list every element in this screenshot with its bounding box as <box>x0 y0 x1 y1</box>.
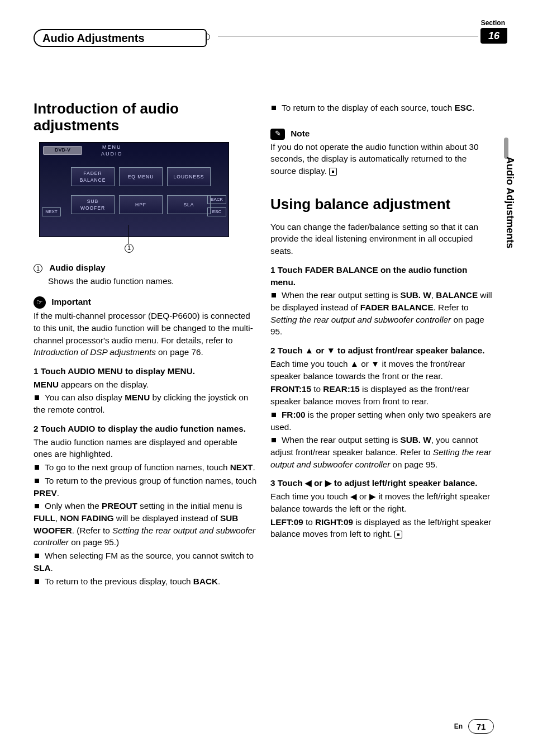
bullet-icon <box>35 479 39 483</box>
note-text-content: If you do not operate the audio function… <box>270 142 479 176</box>
s2b3e: , <box>55 513 60 523</box>
step-2-heading: 2 Touch AUDIO to display the audio funct… <box>34 423 257 435</box>
rs1b: SUB. W <box>401 290 431 300</box>
ss-audio-label: AUDIO <box>101 150 123 158</box>
step1-desc-tail: appears on the display. <box>59 380 149 389</box>
audio-display-label: Audio display <box>49 263 105 272</box>
note-label: Note <box>291 129 310 138</box>
balance-desc: You can change the fader/balance setting… <box>270 221 494 257</box>
s2b5c: . <box>218 577 220 586</box>
side-tab-label: Audio Adjustments <box>503 157 516 291</box>
r-step1-bullet: When the rear output setting is SUB. W, … <box>270 289 494 338</box>
step2-bullet-4: When selecting FM as the source, you can… <box>34 550 257 574</box>
rtb1a: To return to the display of each source,… <box>282 103 455 112</box>
bullet-icon <box>35 465 39 470</box>
bullet-icon <box>272 293 276 297</box>
ss-next-btn: NEXT <box>42 207 61 216</box>
rs3d2b: to <box>303 517 315 527</box>
ss-menu-label: MENU <box>102 144 122 151</box>
bullet-icon <box>272 106 276 110</box>
ss-btn-fader-balance: FADER BALANCE <box>71 167 115 186</box>
callout-number-1: 1 <box>125 244 134 253</box>
bullet-icon <box>35 554 39 558</box>
step2-bullet-1: To go to the next group of function name… <box>34 461 257 474</box>
rs2b2e: on page 95. <box>390 460 437 469</box>
important-label: Important <box>51 297 91 306</box>
s2b5a: To return to the previous display, touch <box>45 577 193 586</box>
bullet-icon <box>272 438 276 442</box>
ss-source-badge: DVD-V <box>43 146 82 155</box>
rs2b2b: SUB. W <box>401 435 431 445</box>
s2b1b: NEXT <box>230 462 253 472</box>
step-1-desc: MENU appears on the display. <box>34 379 257 391</box>
r-step2-bullet1: FR:00 is the proper setting when only tw… <box>270 409 494 433</box>
intro-heading: Introduction of audio adjustments <box>34 101 257 134</box>
ss-back-btn: BACK <box>207 195 226 204</box>
important-text: If the multi-channel processor (DEQ-P660… <box>34 310 257 358</box>
right-top-bullet: To return to the display of each source,… <box>270 102 494 114</box>
section-number-badge: 16 <box>480 28 507 44</box>
note-icon: ✎ <box>270 129 285 140</box>
step-1-heading: 1 Touch AUDIO MENU to display MENU. <box>34 365 257 377</box>
callout-line <box>129 225 129 245</box>
rtb1b: ESC <box>455 103 472 112</box>
note-text: If you do not operate the audio function… <box>270 141 494 177</box>
s2b3d: FULL <box>34 513 55 523</box>
s2b3f: NON FADING <box>60 513 114 523</box>
r-step-1-heading: 1 Touch FADER BALANCE on the audio funct… <box>270 264 494 288</box>
r-step2-desc2: FRONT:15 to REAR:15 is displayed as the … <box>270 383 494 407</box>
ss-btn-loudness: LOUDNESS <box>167 167 211 186</box>
audio-display-desc: Shows the audio function names. <box>34 275 257 287</box>
s2b4a: When selecting FM as the source, you can… <box>45 551 254 560</box>
header-divider <box>218 36 478 36</box>
step2-bullet-2: To return to the previous group of funct… <box>34 475 257 499</box>
rtb1c: . <box>472 103 474 112</box>
s2b3c: setting in the initial menu is <box>137 501 242 511</box>
balance-heading: Using balance adjustment <box>270 196 494 213</box>
rs1d: BALANCE <box>436 290 478 300</box>
ss-btn-sub-l2: WOOFER <box>80 205 105 211</box>
step2-bullet-3: Only when the PREOUT setting in the init… <box>34 500 257 549</box>
rs3d2a: LEFT:09 <box>270 517 303 527</box>
r-step-2-heading: 2 Touch ▲ or ▼ to adjust front/rear spea… <box>270 344 494 357</box>
important-text-1: If the multi-channel processor (DEQ-P660… <box>34 311 253 344</box>
s2b2b: PREV <box>34 488 57 498</box>
end-mark-icon <box>394 531 402 538</box>
important-text-italic: Introduction of DSP adjustments <box>34 347 156 357</box>
r-step3-desc1: Each time you touch ◀ or ▶ it moves the … <box>270 490 494 514</box>
ss-btn-sub-l1: SUB <box>87 198 98 205</box>
footer-lang: En <box>454 722 463 730</box>
s2b1c: . <box>253 462 255 472</box>
ss-btn-sla: SLA <box>167 195 211 214</box>
s2b1a: To go to the next group of function name… <box>45 462 230 472</box>
ss-btn-hpf: HPF <box>119 195 163 214</box>
side-tab-accent <box>504 138 508 159</box>
rs2d2a: FRONT:15 <box>270 384 311 394</box>
step2-bullet-5: To return to the previous display, touch… <box>34 575 257 588</box>
bullet-icon <box>35 579 39 584</box>
rs2d2c: REAR:15 <box>323 384 359 394</box>
list-number-1-icon: 1 <box>34 264 42 273</box>
s2b3a: Only when the <box>45 501 102 511</box>
bullet-icon <box>272 413 276 417</box>
s2b4c: . <box>51 563 53 573</box>
breadcrumb-title: Audio Adjustments <box>34 29 207 47</box>
important-icon: ☞ <box>34 296 46 309</box>
r-step3-desc2: LEFT:09 to RIGHT:09 is displayed as the … <box>270 516 494 540</box>
section-label: Section <box>481 19 505 27</box>
s2b2a: To return to the previous group of funct… <box>45 476 256 485</box>
s2b3g: will be displayed instead of <box>114 513 220 523</box>
ss-btn-fader-l1: FADER <box>83 170 102 177</box>
s2b5b: BACK <box>193 577 218 586</box>
s2b2c: . <box>57 488 59 498</box>
audio-menu-screenshot: DVD-V MENU AUDIO FADER BALANCE EQ MENU L… <box>39 142 229 237</box>
r-step2-desc1: Each time you touch ▲ or ▼ it moves the … <box>270 358 494 382</box>
rs1h: Setting the rear output and subwoofer co… <box>270 315 451 324</box>
rs2b2a: When the rear output setting is <box>282 435 401 445</box>
ss-btn-eq: EQ MENU <box>119 167 163 186</box>
step1-b1b: MENU <box>125 393 150 402</box>
rs2d2b: to <box>311 384 323 394</box>
bullet-icon <box>35 395 39 400</box>
step1-menu-bold: MENU <box>34 380 59 389</box>
end-mark-icon <box>329 168 337 176</box>
